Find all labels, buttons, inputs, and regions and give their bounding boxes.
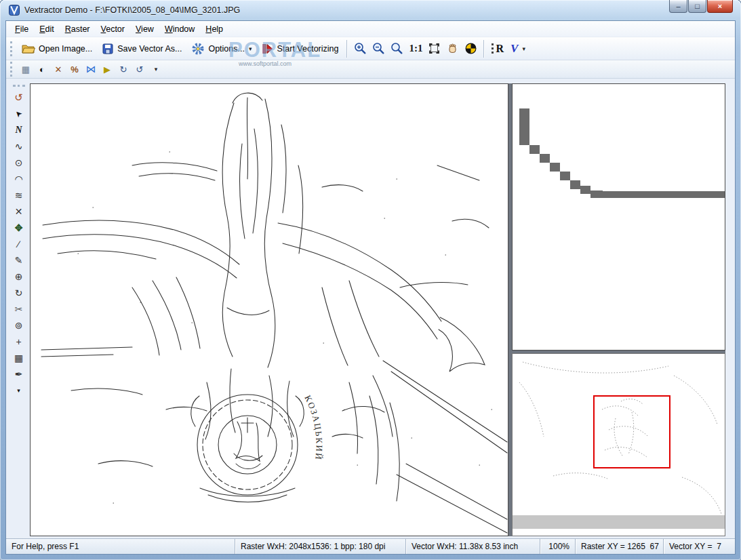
window-content: File Edit Raster Vector View Window Help…	[5, 20, 736, 555]
menu-help[interactable]: Help	[200, 22, 228, 36]
move-tool-icon[interactable]: ✥	[11, 220, 27, 235]
zoom-preview-panel[interactable]	[512, 83, 725, 351]
options-dropdown-arrow[interactable]: ▾	[249, 45, 252, 52]
rotate-cw-icon[interactable]: ↻	[116, 62, 131, 76]
spline-tool-icon[interactable]: ∿	[11, 139, 27, 154]
show-vector-button[interactable]: V	[507, 41, 521, 57]
arc-tool-icon[interactable]: ◠	[11, 172, 27, 186]
emblem-cyrillic-text: КОЗАЦЬКИЙ	[302, 393, 324, 461]
delete-tool-icon[interactable]: ✕	[11, 204, 27, 219]
pencil-tool-icon[interactable]: ✎	[11, 253, 27, 268]
save-vector-button[interactable]: Save Vector As...	[97, 41, 186, 57]
grid-tool-icon[interactable]: ▦	[11, 351, 27, 365]
status-help: For Help, press F1	[6, 539, 235, 554]
start-vectorizing-icon	[261, 43, 273, 55]
fit-to-window-icon	[428, 42, 441, 55]
menu-bar: File Edit Raster Vector View Window Help	[6, 21, 735, 37]
raster-letter: R	[496, 43, 504, 55]
options-gear-icon	[191, 42, 205, 56]
side-panels	[512, 83, 725, 536]
open-image-button[interactable]: Open Image...	[17, 41, 97, 56]
line-tool-icon[interactable]: ∕	[11, 237, 27, 252]
save-icon	[102, 43, 114, 55]
status-bar: For Help, press F1 Raster WxH: 2048x1536…	[6, 538, 735, 554]
node-edit-tool-icon[interactable]: ⊕	[11, 269, 27, 284]
raster-cells-icon[interactable]: ▦	[18, 62, 33, 76]
raster-toolbar: ▦ ◐ ✕ % ⋈ ▶ ↻ ↺ ▾	[6, 60, 735, 79]
more-tools-arrow[interactable]: ▾	[11, 383, 27, 398]
status-raster-xy: Raster XY = 1265 67	[575, 539, 663, 554]
ink-pen-tool-icon[interactable]: ✒	[11, 367, 27, 382]
toolbar-grip[interactable]	[10, 62, 14, 77]
rotate-ccw-icon[interactable]: ↺	[132, 62, 147, 76]
fit-to-window-button[interactable]	[425, 41, 443, 56]
toolbar-separator	[346, 40, 348, 58]
toolbar-more-arrow[interactable]: ▾	[148, 62, 163, 76]
add-node-tool-icon[interactable]: +	[11, 334, 27, 349]
menu-edit[interactable]: Edit	[34, 22, 60, 36]
status-raster-size: Raster WxH: 2048x1536: 1 bpp: 180 dpi	[235, 539, 405, 554]
zoom-out-button[interactable]	[369, 41, 388, 56]
flip-horizontal-icon[interactable]: ⋈	[83, 62, 98, 76]
threshold-icon[interactable]: %	[67, 62, 82, 76]
actual-size-button[interactable]: 1:1	[406, 43, 425, 54]
toolbar-grip[interactable]	[13, 85, 25, 87]
hand-icon	[446, 42, 459, 55]
status-vector-size: Vector WxH: 11.38x 8.53 inch	[405, 539, 540, 554]
weld-tool-icon[interactable]: ⊚	[11, 318, 27, 333]
menu-raster[interactable]: Raster	[60, 22, 96, 36]
start-vectorizing-label: Start Vectorizing	[277, 44, 338, 54]
minimize-button[interactable]: –	[669, 0, 687, 13]
circle-tool-icon[interactable]: ⊙	[11, 155, 27, 170]
toolbar-grip[interactable]	[10, 41, 14, 56]
zoom-icon	[390, 42, 403, 55]
polyline-tool-icon[interactable]: N	[11, 123, 27, 138]
open-image-label: Open Image...	[39, 44, 92, 54]
overview-outside-area	[513, 515, 725, 529]
despeckle-icon[interactable]: ✕	[51, 62, 66, 76]
app-icon	[9, 5, 20, 16]
menu-window[interactable]: Window	[159, 22, 200, 36]
maximize-button[interactable]: □	[688, 0, 706, 13]
main-toolbar: Open Image... Save Vector As... Options.…	[6, 37, 735, 60]
workspace: КОЗАЦЬКИЙ	[30, 83, 725, 536]
pixel-staircase-preview	[513, 84, 725, 350]
toolbar-more-arrow[interactable]: ▾	[522, 45, 525, 52]
zoom-in-button[interactable]	[351, 41, 369, 56]
target-ball-icon	[464, 42, 477, 55]
menu-file[interactable]: File	[9, 22, 34, 36]
show-raster-button[interactable]: R	[488, 41, 507, 56]
toolbar-separator	[483, 40, 485, 58]
rotate-tool-icon[interactable]: ↻	[11, 285, 27, 300]
overview-thumbnail	[513, 354, 725, 536]
undo-icon[interactable]: ↺	[11, 90, 27, 105]
start-vectorizing-button[interactable]: Start Vectorizing	[256, 41, 343, 57]
status-vector-xy: Vector XY = 7	[663, 539, 735, 554]
window-title: Vextractor Demo - F:\FOTKI\2005_08_04\IM…	[24, 5, 240, 15]
center-view-button[interactable]	[462, 41, 480, 56]
menu-view[interactable]: View	[130, 22, 159, 36]
select-tool-icon[interactable]: ➤	[11, 106, 27, 121]
overview-panel[interactable]	[512, 353, 725, 536]
options-label: Options...	[208, 44, 245, 54]
scissors-tool-icon[interactable]: ✂	[11, 302, 27, 317]
close-button[interactable]: ×	[707, 0, 733, 13]
vector-letter: V	[510, 42, 518, 56]
status-zoom-level: 100%	[540, 539, 575, 554]
zoom-out-icon	[372, 42, 385, 55]
options-button[interactable]: Options... ▾	[186, 40, 256, 58]
zoom-window-button[interactable]	[388, 41, 406, 56]
open-folder-icon	[22, 43, 35, 54]
raster-canvas[interactable]: КОЗАЦЬКИЙ	[30, 83, 508, 536]
title-bar[interactable]: Vextractor Demo - F:\FOTKI\2005_08_04\IM…	[0, 0, 741, 20]
app-window: Vextractor Demo - F:\FOTKI\2005_08_04\IM…	[0, 0, 741, 560]
zoom-in-icon	[354, 42, 367, 55]
pan-button[interactable]	[443, 41, 462, 56]
menu-vector[interactable]: Vector	[96, 22, 130, 36]
curves-tool-icon[interactable]: ≋	[11, 188, 27, 203]
raster-dots-icon	[492, 43, 494, 54]
drawing-toolbar: ↺ ➤ N ∿ ⊙ ◠ ≋ ✕ ✥ ∕ ✎ ⊕ ↻ ✂ ⊚ + ▦ ✒ ▾	[7, 83, 30, 538]
invert-colors-icon[interactable]: ◐	[35, 62, 49, 76]
play-icon[interactable]: ▶	[100, 62, 115, 76]
raster-line-art: КОЗАЦЬКИЙ	[31, 84, 508, 536]
